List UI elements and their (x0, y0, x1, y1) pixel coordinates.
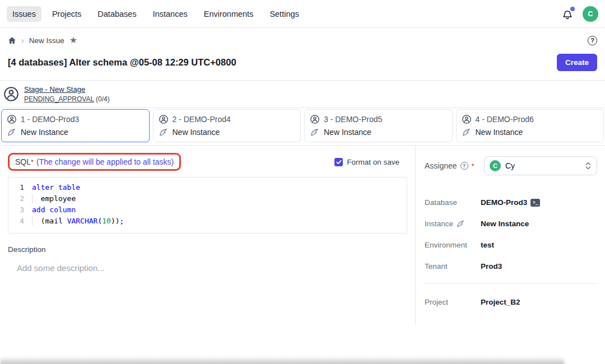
help-icon[interactable]: ? (588, 36, 597, 45)
field-instance: Instance New Instance (425, 220, 597, 228)
mysql-dolphin-icon (310, 128, 319, 137)
sql-panel: SQL* (The change will be applied to all … (0, 146, 416, 325)
format-on-save-toggle[interactable]: Format on save (334, 158, 399, 166)
nav-item-databases[interactable]: Databases (92, 6, 142, 22)
person-circle-icon (7, 115, 16, 124)
task-label: 3 - DEMO-Prod5 (324, 115, 382, 124)
assignee-help-icon[interactable]: ? (460, 162, 468, 170)
line-number: 1 (8, 182, 32, 193)
field-label: Tenant (425, 262, 481, 270)
task-title: 3 - DEMO-Prod5 (310, 115, 446, 124)
task-card-demo-prod4[interactable]: 2 - DEMO-Prod4 New Instance (153, 109, 301, 142)
notification-bell-icon[interactable] (561, 8, 574, 20)
person-circle-icon (462, 115, 471, 124)
home-icon[interactable] (8, 36, 16, 45)
task-label: 2 - DEMO-Prod4 (173, 115, 231, 124)
bottom-window-shadow (0, 357, 565, 364)
required-asterisk: * (472, 162, 474, 170)
field-label: Project (425, 298, 481, 306)
description-label: Description (8, 245, 407, 254)
task-label: 4 - DEMO-Prod6 (476, 115, 534, 124)
sql-note: (The change will be applied to all tasks… (36, 157, 174, 166)
favorite-star-icon[interactable]: ★ (69, 36, 77, 45)
field-project: Project Project_B2 (425, 298, 597, 306)
line-number: 4 (8, 216, 32, 227)
page-title: [4 databases] Alter schema @05-08 12:29 … (8, 57, 236, 68)
notification-dot (570, 7, 575, 11)
field-value: test (481, 241, 494, 249)
breadcrumb-page[interactable]: New Issue (29, 36, 64, 45)
create-button[interactable]: Create (557, 54, 597, 71)
nav-item-settings[interactable]: Settings (264, 6, 304, 22)
sql-header-row: SQL* (The change will be applied to all … (8, 153, 407, 171)
field-label: Environment (425, 241, 481, 249)
task-instance-label: New Instance (21, 128, 68, 137)
task-tab-row: 1 - DEMO-Prod3 New Instance 2 - DEMO-Pro… (0, 108, 605, 146)
field-value: Project_B2 (481, 298, 520, 306)
format-on-save-checkbox[interactable] (334, 158, 343, 166)
code-line: 3 add column (8, 204, 407, 216)
title-row: [4 databases] Alter schema @05-08 12:29 … (0, 49, 605, 80)
task-title: 2 - DEMO-Prod4 (159, 115, 295, 124)
assignee-label: Assignee ? * (425, 161, 474, 170)
mysql-dolphin-icon (457, 220, 465, 228)
task-instance: New Instance (159, 128, 295, 137)
person-circle-icon (159, 115, 168, 124)
assignee-value: Cy (505, 161, 515, 170)
line-number: 2 (8, 193, 32, 204)
task-instance: New Instance (462, 128, 598, 137)
stage-strip: Stage - New Stage PENDING_APPROVAL (0/4) (0, 80, 605, 108)
task-title: 1 - DEMO-Prod3 (7, 115, 143, 124)
task-instance: New Instance (310, 128, 446, 137)
assignee-avatar: C (490, 160, 501, 171)
sql-label: SQL* (15, 157, 34, 166)
field-label: Database (425, 198, 481, 207)
format-on-save-label: Format on save (347, 158, 399, 166)
task-label: 1 - DEMO-Prod3 (21, 115, 79, 124)
task-card-demo-prod6[interactable]: 4 - DEMO-Prod6 New Instance (456, 109, 604, 142)
issue-sidebar: Assignee ? * C Cy Database DEMO-Prod3 (416, 146, 605, 325)
app-window: Issues Projects Databases Instances Envi… (0, 0, 605, 364)
code-line: 1 alter table (8, 182, 407, 193)
field-database: Database DEMO-Prod3 >_ (425, 198, 597, 207)
field-environment: Environment test (425, 241, 597, 249)
task-instance-label: New Instance (324, 128, 371, 137)
nav-right: C (561, 6, 598, 22)
stage-name-link[interactable]: Stage - New Stage (24, 85, 110, 94)
code-line: 4 (mail VARCHAR(10)); (8, 216, 407, 227)
sidebar-divider (425, 283, 597, 284)
field-value: DEMO-Prod3 >_ (481, 198, 540, 207)
code-line: 2 employee (8, 193, 407, 204)
mysql-dolphin-icon (159, 128, 168, 137)
field-tenant: Tenant Prod3 (425, 262, 597, 270)
assignee-row: Assignee ? * C Cy (425, 156, 597, 175)
user-avatar[interactable]: C (583, 6, 598, 22)
task-card-demo-prod3[interactable]: 1 - DEMO-Prod3 New Instance (1, 109, 150, 142)
stage-status: PENDING_APPROVAL (0/4) (24, 95, 110, 103)
nav-item-projects[interactable]: Projects (46, 6, 87, 22)
approver-icon (4, 87, 18, 101)
task-title: 4 - DEMO-Prod6 (462, 115, 598, 124)
sql-console-icon[interactable]: >_ (530, 199, 540, 207)
line-number: 3 (8, 204, 32, 216)
sql-code-editor[interactable]: 1 alter table 2 employee 3 add column 4 … (8, 177, 407, 234)
sql-label-highlight-annotation: SQL* (The change will be applied to all … (8, 153, 181, 171)
nav-item-issues[interactable]: Issues (7, 6, 41, 22)
assignee-select[interactable]: C Cy (484, 156, 597, 175)
detail-fields: Database DEMO-Prod3 >_ Instance New Inst… (425, 198, 597, 270)
stage-progress: (0/4) (96, 95, 110, 103)
stage-status-link[interactable]: PENDING_APPROVAL (24, 95, 94, 103)
stage-texts: Stage - New Stage PENDING_APPROVAL (0/4) (24, 85, 110, 103)
top-nav: Issues Projects Databases Instances Envi… (0, 0, 605, 28)
task-instance-label: New Instance (476, 128, 523, 137)
breadcrumb-separator: › (21, 36, 24, 45)
description-input[interactable]: Add some description... (8, 263, 407, 273)
nav-item-instances[interactable]: Instances (147, 6, 193, 22)
mysql-dolphin-icon (7, 128, 16, 137)
field-label: Instance (425, 220, 481, 228)
breadcrumb: › New Issue ★ ? (0, 31, 605, 49)
nav-item-environments[interactable]: Environments (198, 6, 259, 22)
mysql-dolphin-icon (462, 128, 471, 137)
task-card-demo-prod5[interactable]: 3 - DEMO-Prod5 New Instance (304, 109, 453, 142)
required-asterisk: * (31, 158, 34, 166)
